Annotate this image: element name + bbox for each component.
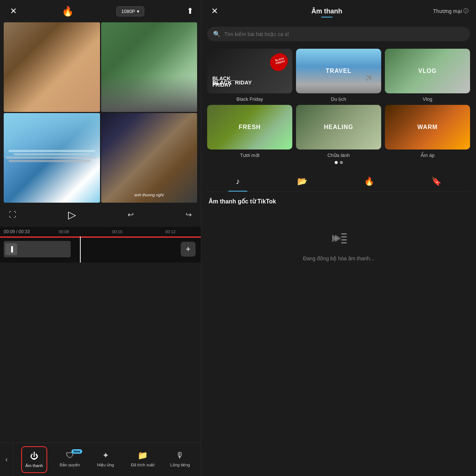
category-thumb-healing: HEALING xyxy=(296,105,381,149)
bf-tag: BLACK FRIDAY xyxy=(270,51,289,70)
left-header: ✕ 🔥 1080P ▾ ⬆ xyxy=(0,0,201,22)
category-item-black-friday[interactable]: BLACK FRIDAY BLACKFRIDAY Black Friday xyxy=(207,49,292,102)
tab-tiktok[interactable]: ♪ xyxy=(228,174,247,189)
category-label-fresh: Tươi mới xyxy=(240,152,259,158)
tiktok-tab-icon: ♪ xyxy=(236,177,240,186)
category-item-vlog[interactable]: VLOG Vlog xyxy=(385,49,470,102)
hieu-ung-icon: ✦ xyxy=(102,451,109,460)
bottom-toolbar: ‹ ⏻ Âm thanh 🛡 Bản quyền New ✦ xyxy=(0,443,201,476)
flame-icon: 🔥 xyxy=(62,6,74,17)
play-button[interactable]: ▷ xyxy=(68,209,76,221)
video-cell-1 xyxy=(4,22,100,112)
category-item-travel[interactable]: TRAVEL ✈ Du lịch xyxy=(296,49,381,102)
fresh-overlay-text: FRESH xyxy=(239,124,261,131)
pagination-dots xyxy=(207,161,470,164)
dot-1[interactable] xyxy=(335,161,338,164)
tab-flame[interactable]: 🔥 xyxy=(357,174,382,189)
redo-button[interactable]: ↪ xyxy=(186,210,192,219)
marker-3: 00:12 xyxy=(144,229,197,234)
timeline-red-line xyxy=(0,237,201,238)
tiktok-section: Âm thanh gốc từ TikTok Đang đồng bộ hóa … xyxy=(201,192,476,282)
toolbar-item-long-tieng[interactable]: 🎙 Lồng tiếng xyxy=(167,446,193,472)
close-button-right[interactable]: ✕ xyxy=(209,5,221,17)
toolbar-item-hieu-ung-wrap: ✦ Hiệu ứng xyxy=(93,446,119,473)
thuong-mai-button[interactable]: Thương mại ⓘ xyxy=(433,8,469,15)
tiktok-section-title: Âm thanh gốc từ TikTok xyxy=(209,198,469,205)
loading-text: Đang đồng bộ hóa âm thanh... xyxy=(303,255,374,261)
panel-title: Âm thanh xyxy=(221,7,433,15)
timeline-track[interactable]: ▐ xyxy=(4,241,71,257)
timeline-current: 00:09 / 00:33 xyxy=(4,229,30,234)
tab-bookmark[interactable]: 🔖 xyxy=(424,174,449,189)
category-item-healing[interactable]: HEALING Chữa lành xyxy=(296,105,381,158)
current-time: 00:09 xyxy=(4,229,15,234)
toolbar-item-long-tieng-wrap: 🎙 Lồng tiếng xyxy=(167,446,193,473)
am-thanh-icon: ⏻ xyxy=(30,451,38,461)
folder-tab-icon: 📂 xyxy=(297,177,307,186)
tab-folder[interactable]: 📂 xyxy=(290,174,315,189)
flame-tab-icon: 🔥 xyxy=(364,177,374,186)
bookmark-tab-icon: 🔖 xyxy=(431,177,441,186)
wave-lines xyxy=(4,149,100,202)
travel-overlay-text: TRAVEL xyxy=(326,68,351,74)
bottom-spacer xyxy=(0,263,201,443)
right-header: ✕ Âm thanh Thương mại ⓘ xyxy=(201,0,476,22)
video-cell-4: anh thuong nghi xyxy=(101,113,197,203)
da-trich-xuat-label: Đã trích xuất xyxy=(131,463,154,467)
warm-overlay-text: WARM xyxy=(417,124,438,131)
toolbar-item-am-thanh-wrap: ⏻ Âm thanh xyxy=(21,446,47,473)
question-icon: ⓘ xyxy=(463,8,469,15)
toolbar-item-ban-quyen-wrap: 🛡 Bản quyền New xyxy=(57,446,83,473)
category-item-warm[interactable]: WARM Ấm áp xyxy=(385,105,470,158)
category-label-black-friday: Black Friday xyxy=(237,96,263,102)
video-cell-3 xyxy=(4,113,100,203)
hieu-ung-label: Hiệu ứng xyxy=(97,463,114,467)
total-time: 00:33 xyxy=(19,229,30,234)
left-panel: ✕ 🔥 1080P ▾ ⬆ anh thuong nghi ⛶ ▷ ↩ ↪ xyxy=(0,0,201,476)
category-grid-row2: FRESH Tươi mới HEALING Chữa lành WARM Ấm… xyxy=(207,105,470,158)
resolution-button[interactable]: 1080P ▾ xyxy=(116,6,144,16)
add-track-button[interactable]: + xyxy=(181,242,196,257)
toolbar-item-da-trich-xuat-wrap: 📁 Đã trích xuất xyxy=(128,446,157,473)
long-tieng-icon: 🎙 xyxy=(176,451,184,460)
video-watermark-text: anh thuong nghi xyxy=(101,193,197,197)
category-thumb-travel: TRAVEL ✈ xyxy=(296,49,381,93)
resolution-label: 1080P xyxy=(121,9,135,14)
new-badge: New xyxy=(71,449,82,454)
toolbar-items: ⏻ Âm thanh 🛡 Bản quyền New ✦ Hiệu ứng xyxy=(13,446,201,473)
category-label-travel: Du lịch xyxy=(331,96,346,102)
marker-1: 00:08 xyxy=(37,229,90,234)
upload-button[interactable]: ⬆ xyxy=(187,6,193,16)
video-grid: anh thuong nghi xyxy=(4,22,197,203)
marker-2: 00:10 xyxy=(90,229,144,234)
category-grid-row1: BLACK FRIDAY BLACKFRIDAY Black Friday TR… xyxy=(207,49,470,102)
long-tieng-label: Lồng tiếng xyxy=(170,463,190,467)
close-button-left[interactable]: ✕ xyxy=(7,5,19,17)
toolbar-back-button[interactable]: ‹ xyxy=(0,443,13,476)
healing-overlay-text: HEALING xyxy=(324,124,353,131)
fullscreen-button[interactable]: ⛶ xyxy=(9,210,16,219)
search-input[interactable] xyxy=(224,31,464,37)
category-item-fresh[interactable]: FRESH Tươi mới xyxy=(207,105,292,158)
toolbar-item-am-thanh[interactable]: ⏻ Âm thanh xyxy=(21,446,47,473)
timeline-track-area: ▐ + xyxy=(0,237,201,263)
am-thanh-label: Âm thanh xyxy=(25,463,43,468)
timeline-bar: 00:09 / 00:33 00:08 00:10 00:12 xyxy=(0,227,201,237)
timeline-markers: 00:08 00:10 00:12 xyxy=(37,229,197,234)
loading-area: Đang đồng bộ hóa âm thanh... xyxy=(209,212,469,276)
category-thumb-vlog: VLOG xyxy=(385,49,470,93)
capcut-logo xyxy=(328,227,350,250)
plane-icon: ✈ xyxy=(362,71,377,86)
ban-quyen-label: Bản quyền xyxy=(60,463,80,467)
toolbar-item-hieu-ung[interactable]: ✦ Hiệu ứng xyxy=(93,446,119,472)
category-label-vlog: Vlog xyxy=(422,96,432,102)
category-label-healing: Chữa lành xyxy=(327,152,350,158)
category-section: BLACK FRIDAY BLACKFRIDAY Black Friday TR… xyxy=(201,46,476,171)
capcut-logo-svg xyxy=(328,227,350,250)
undo-button[interactable]: ↩ xyxy=(128,210,134,219)
video-controls: ⛶ ▷ ↩ ↪ xyxy=(0,203,201,227)
category-label-warm: Ấm áp xyxy=(421,152,435,158)
search-bar[interactable]: 🔍 xyxy=(207,27,470,41)
dot-2[interactable] xyxy=(340,161,343,164)
toolbar-item-da-trich-xuat[interactable]: 📁 Đã trích xuất xyxy=(128,446,157,472)
